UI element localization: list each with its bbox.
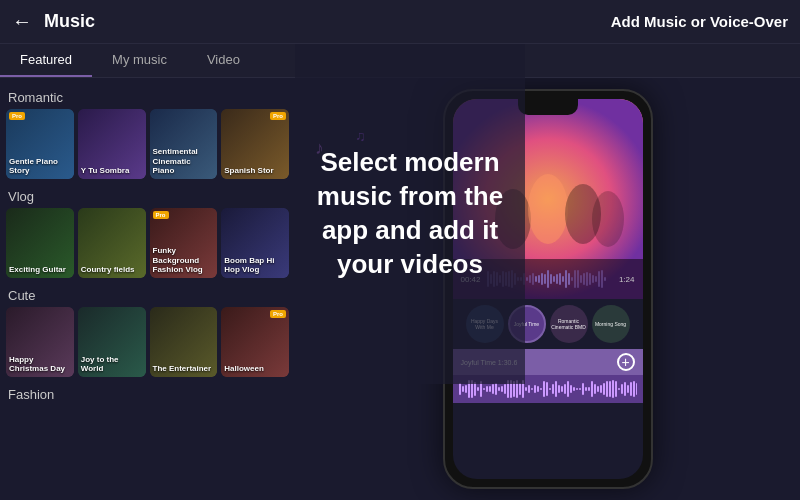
card-label: Y Tu Sombra [81,166,130,176]
card-label: Spanish Stor [224,166,273,176]
section-romantic: Romantic [6,84,289,109]
tab-featured[interactable]: Featured [0,44,92,77]
tab-mymusic[interactable]: My music [92,44,187,77]
card-label: The Entertainer [153,364,212,374]
list-item[interactable]: Y Tu Sombra [78,109,146,179]
romantic-grid: Gentle Piano Story Pro Y Tu Sombra Senti… [6,109,289,179]
waveform [487,269,613,289]
svg-point-4 [592,191,624,247]
tabs-bar: Featured My music Video [0,44,800,78]
phone-notch [518,99,578,115]
vlog-grid: Exciting Guitar Country fields Funky Bac… [6,208,289,278]
thumb-romantic[interactable]: Romantic Cinematic BMD [550,305,588,343]
section-cute: Cute [6,282,289,307]
music-note-icon: ♫ [355,128,366,144]
card-label: Sentimental Cinematic Piano [153,147,215,176]
cute-grid: Happy Christmas Day Joy to the World The… [6,307,289,377]
thumb-label: Morning Song [595,321,626,327]
thumb-joyful-time[interactable]: Joyful Time [508,305,546,343]
bottom-waveform [459,379,637,399]
pro-badge: Pro [270,310,286,318]
video-time-end: 1:24 [619,275,635,284]
phone-screen: 00:42 1:24 Happy Days With Me Joyful Tim… [453,99,643,479]
pro-badge: Pro [153,211,169,219]
svg-point-1 [495,189,531,249]
card-label: Exciting Guitar [9,265,66,275]
thumb-label: Romantic Cinematic BMD [550,318,588,330]
phone-bottom-bar: Joyful Time 1:30.6 + [453,349,643,375]
back-button[interactable]: ← [12,10,32,33]
list-item[interactable]: Happy Christmas Day [6,307,74,377]
music-list-panel: Romantic Gentle Piano Story Pro Y Tu Som… [0,78,295,500]
card-label: Joy to the World [81,355,143,374]
phone-mockup-area: ♪ ♫ [295,78,800,500]
thumb-label: Joyful Time [514,321,539,327]
list-item[interactable]: Halloween Pro [221,307,289,377]
thumb-happy-days[interactable]: Happy Days With Me [466,305,504,343]
header-right-text: Add Music or Voice-Over [611,13,788,30]
section-vlog: Vlog [6,183,289,208]
list-item[interactable]: Joy to the World [78,307,146,377]
header: ← Music Add Music or Voice-Over [0,0,800,44]
svg-point-2 [528,174,568,244]
list-item[interactable]: Funky Background Fashion Vlog Pro [150,208,218,278]
video-time-start: 00:42 [461,275,481,284]
waveform-bottom [453,375,643,403]
list-item[interactable]: Sentimental Cinematic Piano [150,109,218,179]
phone-video-preview: 00:42 1:24 [453,99,643,299]
list-item[interactable]: The Entertainer [150,307,218,377]
phone-video-overlay: 00:42 1:24 [453,259,643,299]
main-area: Romantic Gentle Piano Story Pro Y Tu Som… [0,78,800,500]
card-label: Happy Christmas Day [9,355,71,374]
pro-badge: Pro [270,112,286,120]
music-note-icon: ♪ [315,138,324,159]
card-label: Country fields [81,265,135,275]
card-label: Funky Background Fashion Vlog [153,246,215,275]
thumb-label: Happy Days With Me [466,318,504,330]
tab-video[interactable]: Video [187,44,260,77]
page-title: Music [44,11,611,32]
phone-device: 00:42 1:24 Happy Days With Me Joyful Tim… [443,89,653,489]
pro-badge: Pro [9,112,25,120]
list-item[interactable]: Spanish Stor Pro [221,109,289,179]
add-music-button[interactable]: + [617,353,635,371]
thumb-morning-song[interactable]: Morning Song [592,305,630,343]
phone-thumbnails: Happy Days With Me Joyful Time Romantic … [453,299,643,349]
list-item[interactable]: Boom Bap Hi Hop Vlog [221,208,289,278]
card-label: Halloween [224,364,264,374]
list-item[interactable]: Exciting Guitar [6,208,74,278]
section-fashion: Fashion [6,381,289,406]
bottom-bar-label: Joyful Time 1:30.6 [461,359,518,366]
card-label: Gentle Piano Story [9,157,71,176]
list-item[interactable]: Gentle Piano Story Pro [6,109,74,179]
card-label: Boom Bap Hi Hop Vlog [224,256,286,275]
list-item[interactable]: Country fields [78,208,146,278]
